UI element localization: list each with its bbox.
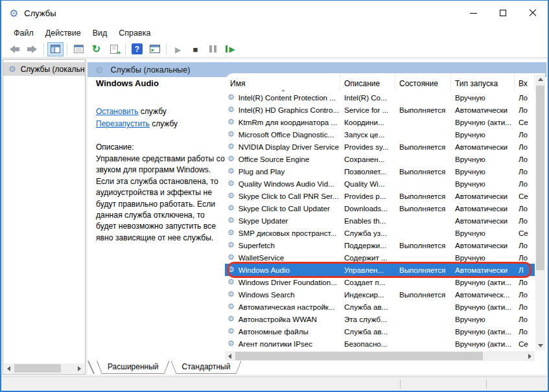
extended-view-icon (150, 45, 160, 53)
service-row[interactable]: Skype Updater Enables th... Автоматическ… (225, 214, 535, 227)
service-row[interactable]: Windows Audio Управлен... Выполняется Ав… (225, 264, 535, 276)
help-button[interactable] (129, 42, 145, 56)
restart-service-button[interactable] (222, 42, 239, 56)
service-gear-icon (228, 165, 235, 178)
service-name: Skype Updater (239, 214, 288, 227)
export-list-button[interactable] (106, 42, 122, 56)
service-row[interactable]: Windows Search Индексир... Выполняется А… (225, 288, 535, 301)
menu-view[interactable]: Вид (87, 29, 113, 38)
column-header-name[interactable]: Имя (225, 73, 340, 91)
scrollbar-thumb[interactable] (14, 364, 61, 373)
start-service-button[interactable] (170, 42, 186, 56)
list-horizontal-scrollbar[interactable] (225, 351, 535, 361)
show-console-tree-button[interactable] (47, 42, 64, 56)
service-gear-icon (228, 153, 235, 165)
properties-button[interactable] (71, 42, 87, 56)
service-row[interactable]: Quality Windows Audio Vid... Quality Wi.… (225, 178, 535, 190)
scroll-down-icon[interactable] (535, 341, 545, 351)
service-description: Downloads... (340, 202, 395, 214)
service-row[interactable]: WalletService Содержит ... Вручную Ло (225, 251, 535, 264)
console-tree-icon (51, 45, 60, 53)
tab-standard[interactable]: Стандартный (171, 361, 242, 374)
service-row[interactable]: Office Source Engine Сохранен... Вручную… (225, 153, 535, 165)
service-description: Служба ав... (340, 301, 395, 313)
list-vertical-scrollbar[interactable] (535, 75, 545, 351)
tree-item-services-local[interactable]: Службы (локальные) (3, 62, 85, 76)
service-row[interactable]: Microsoft Office Diagnostic... Запуск це… (225, 128, 535, 141)
service-row[interactable]: KtmRm для координатора ... Координи... В… (225, 116, 535, 128)
service-gear-icon (228, 128, 235, 141)
tree-horizontal-scrollbar[interactable] (4, 363, 84, 373)
service-status (395, 153, 451, 165)
service-row[interactable]: Windows Driver Foundation... Создает п..… (225, 276, 535, 288)
tab-extended[interactable]: Расширенный (97, 361, 170, 374)
service-name: KtmRm для координатора ... (239, 116, 337, 128)
properties-icon (74, 45, 84, 53)
scroll-left-icon[interactable] (225, 351, 235, 361)
service-name: Автономные файлы (239, 325, 309, 338)
forward-button[interactable] (24, 42, 40, 56)
close-button[interactable] (518, 1, 548, 25)
scrollbar-thumb[interactable] (536, 86, 544, 270)
scroll-right-icon[interactable] (75, 363, 84, 373)
service-description: Provides sy... (340, 141, 395, 153)
service-row[interactable]: Intel(R) HD Graphics Contro... Service f… (225, 104, 535, 116)
service-row[interactable]: Автонастройка WWAN Эта служб... Вручную … (225, 313, 535, 325)
service-name: Office Source Engine (239, 153, 309, 165)
stop-service-link[interactable]: Остановить (96, 107, 139, 116)
menu-help[interactable]: Справка (113, 29, 156, 38)
service-logon-as: Ло (515, 128, 535, 141)
service-gear-icon (228, 227, 235, 239)
service-row[interactable]: Skype Click to Call PNR Ser... Provides … (225, 190, 535, 202)
service-name: Автонастройка WWAN (239, 313, 317, 325)
service-gear-icon (228, 264, 235, 276)
banner-title: Службы (локальные) (111, 65, 191, 75)
service-row[interactable]: Skype Click to Call Updater Downloads...… (225, 202, 535, 214)
service-row[interactable]: Intel(R) Content Protection ... Intel(R)… (225, 91, 535, 104)
scrollbar-thumb[interactable] (235, 352, 483, 360)
service-row[interactable]: Superfetch Поддержи... Выполняется Автом… (225, 239, 535, 251)
scroll-right-icon[interactable] (525, 351, 535, 361)
service-description: Служба уз... (340, 227, 395, 239)
scroll-up-icon[interactable] (535, 75, 545, 84)
extended-view-button[interactable] (146, 42, 163, 56)
refresh-button[interactable] (88, 42, 104, 56)
service-status (395, 301, 451, 313)
stop-service-button[interactable] (187, 42, 204, 56)
status-separator (400, 380, 401, 389)
restart-service-link[interactable]: Перезапустить (96, 119, 150, 128)
column-header-status[interactable]: Состояние (395, 73, 451, 91)
back-button[interactable] (6, 42, 23, 56)
scroll-left-icon[interactable] (4, 363, 14, 373)
service-startup-type: Автоматически (451, 202, 515, 214)
tab-strip-edge (88, 361, 95, 374)
service-row[interactable]: NVIDIA Display Driver Service Provides s… (225, 141, 535, 153)
service-logon-as: Се (515, 116, 535, 128)
service-row[interactable]: Автономные файлы Служба ав... Вручную (а… (225, 325, 535, 338)
restart-service-suffix: службу (150, 119, 178, 128)
service-logon-as: Се (515, 227, 535, 239)
service-row[interactable]: Plug and Play Позволяет... Выполняется В… (225, 165, 535, 178)
minimize-button[interactable] (458, 1, 488, 25)
column-header-startup-type[interactable]: Тип запуска (451, 73, 515, 91)
service-startup-type: Вручную (451, 313, 515, 325)
service-description: Индексир... (340, 288, 395, 301)
menu-file[interactable]: Файл (8, 29, 40, 38)
service-logon-as: Ло (515, 153, 535, 165)
menu-action[interactable]: Действие (40, 29, 87, 38)
restart-service-line: Перезапустить службу (96, 118, 227, 130)
service-row[interactable]: SMP дисковых пространст... Служба уз... … (225, 227, 535, 239)
stop-service-line: Остановить службу (96, 106, 227, 118)
pause-service-button[interactable] (205, 42, 221, 56)
service-gear-icon (228, 202, 235, 214)
service-logon-as: Ло (515, 104, 535, 116)
service-row[interactable]: Автоматическая настройк... Служба ав... … (225, 301, 535, 313)
service-logon-as: Ло (515, 301, 535, 313)
column-header-description[interactable]: Описание (340, 73, 395, 91)
service-row[interactable]: Агент политики IPsec Безопасно... Вручну… (225, 338, 535, 350)
maximize-button[interactable] (488, 1, 518, 25)
column-header-logon-as[interactable]: Вх (515, 73, 535, 91)
service-description: Provides p... (340, 190, 395, 202)
forward-icon (27, 45, 37, 53)
service-description: Quality Wi... (340, 178, 395, 190)
